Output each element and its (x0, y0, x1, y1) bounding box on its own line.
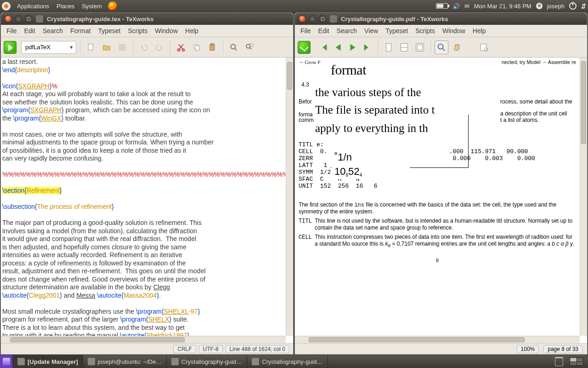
editor-menubar: File Edit Search Format Typeset Scripts … (1, 25, 293, 37)
last-page-button[interactable] (361, 41, 374, 54)
pdf-hscrollbar[interactable] (295, 336, 580, 343)
editor-toolbar: pdfLaTeX (1, 37, 293, 58)
open-file-button[interactable] (100, 40, 113, 54)
fit-actual-button[interactable] (382, 40, 396, 54)
show-desktop-button[interactable] (0, 355, 13, 368)
minimize-button[interactable]: – (15, 15, 22, 23)
pdf-vscrollbar[interactable] (580, 58, 587, 336)
fit-width-button[interactable] (397, 40, 411, 54)
power-icon[interactable] (569, 2, 577, 10)
menu-search[interactable]: Search (39, 27, 67, 34)
find-button[interactable] (227, 40, 241, 54)
editor-hscrollbar[interactable] (1, 336, 286, 343)
update-manager-icon (17, 358, 25, 365)
paste-button[interactable] (205, 40, 219, 54)
first-page-button[interactable] (317, 41, 330, 54)
menu-typeset[interactable]: Typeset (382, 27, 412, 34)
engine-combo[interactable]: pdfLaTeX (21, 41, 76, 54)
editor-titlebar[interactable]: × – ▢ Crystallography-guide.tex - TeXwor… (1, 13, 293, 25)
editor-statusbar: CRLF UTF-8 Line 488 of 1624; col 0 (1, 343, 293, 354)
texworks-editor-icon (36, 15, 43, 23)
minimize-button[interactable]: – (309, 15, 316, 23)
user-menu[interactable]: joseph (547, 3, 565, 10)
menu-places[interactable]: Places (53, 3, 78, 10)
close-button[interactable]: × (299, 15, 306, 23)
magnifier-overlay-content: ˚1/n 108524 (332, 150, 410, 179)
new-file-button[interactable] (84, 40, 98, 54)
menu-system[interactable]: System (78, 3, 105, 10)
menu-typeset[interactable]: Typeset (94, 27, 124, 34)
pdf-text: a description of the unit cell (500, 110, 576, 117)
menu-help[interactable]: Help (181, 27, 202, 34)
taskbar-item[interactable]: joseph@ubuntu: ~/De… (83, 355, 167, 368)
menu-format[interactable]: Format (67, 27, 94, 34)
source-editor[interactable]: a last resort. \end{description} \icon{S… (1, 58, 293, 343)
typeset-button[interactable] (4, 41, 17, 54)
menu-scripts[interactable]: Scripts (412, 27, 439, 34)
text-select-tool-button[interactable] (477, 40, 491, 54)
editor-vscrollbar[interactable] (286, 58, 293, 336)
pdf-titlebar[interactable]: × – ▢ Crystallography-guide.pdf - TeXwor… (295, 13, 587, 25)
mail-icon[interactable]: ✉ (464, 3, 469, 10)
taskbar-item[interactable]: Crystallography-guid… (167, 355, 247, 368)
undo-button[interactable] (137, 40, 151, 54)
accessibility-icon[interactable]: ⇵ (581, 3, 586, 10)
svg-point-9 (246, 44, 250, 48)
firefox-icon[interactable] (108, 1, 117, 11)
gnome-top-panel: Applications Places System 🔊 ✉ Mon Mar 2… (0, 0, 588, 12)
maximize-button[interactable]: ▢ (319, 15, 326, 23)
taskbar-label: Crystallography-guid… (262, 358, 322, 365)
cut-button[interactable] (174, 40, 188, 54)
pdf-page-number: 8 (299, 258, 576, 263)
next-page-button[interactable] (346, 41, 359, 54)
pdf-desc-item: CELL This instruction compresses two pie… (299, 234, 576, 248)
menu-window[interactable]: Window (151, 27, 181, 34)
clock[interactable]: Mon Mar 21, 9:46 PM (474, 3, 531, 10)
pdf-text: t a list of atoms. (500, 116, 576, 124)
fit-window-button[interactable] (413, 40, 427, 54)
workspace-switcher[interactable] (570, 357, 583, 366)
menu-edit[interactable]: Edit (21, 27, 39, 34)
menu-scripts[interactable]: Scripts (124, 27, 151, 34)
menu-edit[interactable]: Edit (315, 27, 333, 34)
trash-icon[interactable] (555, 357, 563, 366)
status-zoom[interactable]: 100% (517, 345, 539, 353)
pdf-text: rocess, some detail about the (500, 98, 576, 105)
close-button[interactable]: × (5, 15, 12, 23)
menu-applications[interactable]: Applications (13, 3, 53, 10)
texworks-icon (252, 358, 259, 365)
menu-window[interactable]: Window (439, 27, 469, 34)
svg-point-15 (438, 44, 443, 49)
svg-point-2 (178, 49, 180, 51)
ubuntu-logo-icon[interactable] (2, 2, 11, 11)
pdf-heading: format (331, 62, 576, 78)
save-file-button[interactable] (115, 40, 129, 54)
pdf-menubar: File Edit Search View Typeset Scripts Wi… (295, 25, 587, 37)
menu-view[interactable]: View (361, 27, 382, 34)
menu-help[interactable]: Help (469, 27, 490, 34)
pdf-viewport[interactable]: → Grow F nected, try Model → Assemble re… (295, 58, 587, 343)
menu-file[interactable]: File (3, 27, 21, 34)
volume-icon[interactable]: 🔊 (452, 3, 460, 10)
menu-search[interactable]: Search (333, 27, 361, 34)
taskbar-item[interactable]: [Update Manager] (13, 355, 83, 368)
gnome-bottom-panel: [Update Manager] joseph@ubuntu: ~/De… Cr… (0, 355, 588, 368)
session-icon[interactable]: ✕ (536, 3, 543, 9)
status-encoding[interactable]: UTF-8 (199, 345, 223, 353)
pdf-typeset-button[interactable] (298, 41, 311, 54)
maximize-button[interactable]: ▢ (25, 15, 32, 23)
redo-button[interactable] (153, 40, 166, 54)
find-replace-button[interactable] (243, 40, 256, 54)
magnify-tool-button[interactable] (435, 40, 448, 54)
scroll-tool-button[interactable] (450, 40, 464, 54)
texworks-pdf-icon (330, 15, 337, 23)
prev-page-button[interactable] (332, 41, 345, 54)
battery-icon[interactable] (436, 3, 448, 9)
svg-rect-5 (196, 46, 199, 50)
pdf-text: forma (299, 111, 313, 118)
taskbar-item[interactable]: Crystallography-guid… (247, 355, 328, 368)
svg-rect-0 (88, 44, 93, 50)
status-lineending[interactable]: CRLF (173, 345, 196, 353)
copy-button[interactable] (190, 40, 204, 54)
menu-file[interactable]: File (297, 27, 315, 34)
